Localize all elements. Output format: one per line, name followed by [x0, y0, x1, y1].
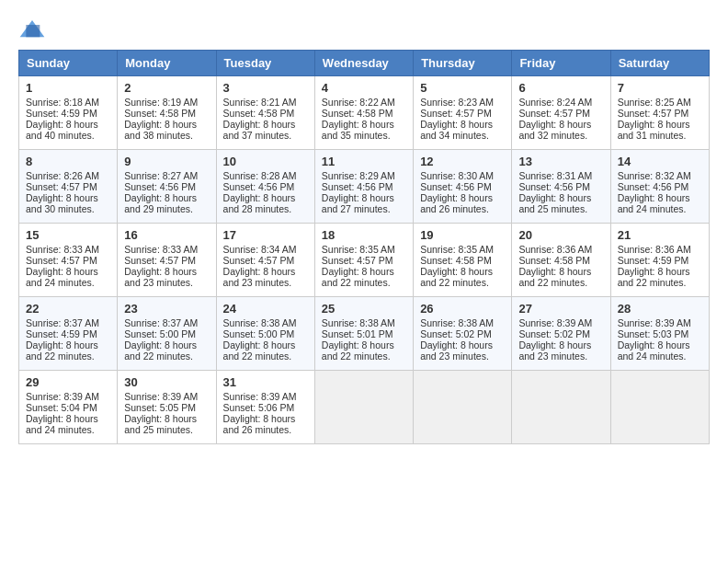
daylight: Daylight: 8 hours and 40 minutes.	[26, 119, 98, 141]
daylight: Daylight: 8 hours and 24 minutes.	[618, 339, 690, 362]
day-cell: 6 Sunrise: 8:24 AM Sunset: 4:57 PM Dayli…	[512, 76, 610, 150]
day-cell: 4 Sunrise: 8:22 AM Sunset: 4:58 PM Dayli…	[314, 76, 413, 150]
day-number: 21	[618, 228, 702, 242]
day-cell: 7 Sunrise: 8:25 AM Sunset: 4:57 PM Dayli…	[610, 76, 709, 150]
day-number: 8	[26, 155, 110, 168]
day-cell	[610, 371, 709, 444]
sunrise: Sunrise: 8:33 AM	[26, 244, 99, 255]
sunset: Sunset: 4:57 PM	[420, 108, 492, 119]
day-cell: 20 Sunrise: 8:36 AM Sunset: 4:58 PM Dayl…	[512, 224, 610, 297]
sunrise: Sunrise: 8:38 AM	[420, 317, 494, 328]
sunrise: Sunrise: 8:29 AM	[322, 170, 395, 181]
day-number: 14	[618, 155, 702, 168]
day-cell: 27 Sunrise: 8:39 AM Sunset: 5:02 PM Dayl…	[512, 297, 610, 371]
column-header-thursday: Thursday	[414, 51, 512, 76]
sunset: Sunset: 5:04 PM	[26, 402, 97, 413]
day-number: 4	[322, 81, 406, 95]
day-number: 19	[420, 228, 505, 242]
sunrise: Sunrise: 8:25 AM	[618, 97, 691, 108]
sunrise: Sunrise: 8:39 AM	[618, 317, 691, 328]
day-number: 27	[518, 302, 603, 316]
calendar-header-row: SundayMondayTuesdayWednesdayThursdayFrid…	[19, 51, 710, 76]
day-number: 16	[124, 228, 209, 242]
day-number: 13	[518, 155, 603, 168]
sunset: Sunset: 5:02 PM	[420, 328, 492, 339]
daylight: Daylight: 8 hours and 28 minutes.	[223, 192, 296, 214]
sunset: Sunset: 5:02 PM	[518, 328, 590, 339]
column-header-wednesday: Wednesday	[314, 51, 413, 76]
day-cell: 16 Sunrise: 8:33 AM Sunset: 4:57 PM Dayl…	[118, 224, 216, 297]
day-number: 2	[124, 81, 209, 95]
week-row-1: 1 Sunrise: 8:18 AM Sunset: 4:59 PM Dayli…	[19, 76, 710, 150]
day-cell: 24 Sunrise: 8:38 AM Sunset: 5:00 PM Dayl…	[216, 297, 314, 371]
daylight: Daylight: 8 hours and 22 minutes.	[26, 339, 98, 362]
daylight: Daylight: 8 hours and 22 minutes.	[124, 339, 197, 362]
daylight: Daylight: 8 hours and 24 minutes.	[618, 192, 690, 214]
day-cell: 9 Sunrise: 8:27 AM Sunset: 4:56 PM Dayli…	[118, 150, 216, 224]
daylight: Daylight: 8 hours and 27 minutes.	[322, 192, 394, 214]
day-number: 23	[124, 302, 209, 316]
sunset: Sunset: 4:57 PM	[223, 255, 295, 266]
sunrise: Sunrise: 8:18 AM	[26, 97, 99, 108]
daylight: Daylight: 8 hours and 30 minutes.	[26, 192, 98, 214]
sunset: Sunset: 4:58 PM	[322, 108, 393, 119]
sunrise: Sunrise: 8:36 AM	[618, 244, 691, 255]
daylight: Daylight: 8 hours and 25 minutes.	[124, 413, 197, 435]
day-cell: 11 Sunrise: 8:29 AM Sunset: 4:56 PM Dayl…	[314, 150, 413, 224]
calendar-table: SundayMondayTuesdayWednesdayThursdayFrid…	[18, 50, 710, 444]
sunrise: Sunrise: 8:32 AM	[618, 170, 691, 181]
sunset: Sunset: 4:57 PM	[124, 255, 196, 266]
sunset: Sunset: 5:00 PM	[124, 328, 196, 339]
week-row-3: 15 Sunrise: 8:33 AM Sunset: 4:57 PM Dayl…	[19, 224, 710, 297]
daylight: Daylight: 8 hours and 22 minutes.	[518, 266, 591, 288]
sunrise: Sunrise: 8:37 AM	[124, 317, 198, 328]
logo-icon	[18, 18, 46, 40]
sunrise: Sunrise: 8:39 AM	[26, 391, 99, 402]
day-cell: 22 Sunrise: 8:37 AM Sunset: 4:59 PM Dayl…	[19, 297, 118, 371]
sunset: Sunset: 4:56 PM	[420, 181, 492, 192]
daylight: Daylight: 8 hours and 23 minutes.	[420, 339, 493, 362]
day-number: 28	[618, 302, 702, 316]
column-header-monday: Monday	[118, 51, 216, 76]
daylight: Daylight: 8 hours and 31 minutes.	[618, 119, 690, 141]
sunrise: Sunrise: 8:39 AM	[223, 391, 297, 402]
day-cell: 19 Sunrise: 8:35 AM Sunset: 4:58 PM Dayl…	[414, 224, 512, 297]
day-number: 18	[322, 228, 406, 242]
daylight: Daylight: 8 hours and 22 minutes.	[322, 266, 394, 288]
sunset: Sunset: 4:57 PM	[518, 108, 590, 119]
column-header-sunday: Sunday	[19, 51, 118, 76]
week-row-2: 8 Sunrise: 8:26 AM Sunset: 4:57 PM Dayli…	[19, 150, 710, 224]
day-cell: 25 Sunrise: 8:38 AM Sunset: 5:01 PM Dayl…	[314, 297, 413, 371]
sunrise: Sunrise: 8:30 AM	[420, 170, 494, 181]
day-number: 17	[223, 228, 308, 242]
day-cell: 30 Sunrise: 8:39 AM Sunset: 5:05 PM Dayl…	[118, 371, 216, 444]
sunrise: Sunrise: 8:35 AM	[420, 244, 494, 255]
day-number: 31	[223, 375, 308, 389]
sunrise: Sunrise: 8:24 AM	[518, 97, 592, 108]
sunrise: Sunrise: 8:36 AM	[518, 244, 592, 255]
sunset: Sunset: 4:57 PM	[26, 181, 97, 192]
day-number: 11	[322, 155, 406, 168]
sunrise: Sunrise: 8:38 AM	[322, 317, 395, 328]
daylight: Daylight: 8 hours and 23 minutes.	[223, 266, 296, 288]
day-number: 10	[223, 155, 308, 168]
daylight: Daylight: 8 hours and 38 minutes.	[124, 119, 197, 141]
day-number: 12	[420, 155, 505, 168]
day-cell: 1 Sunrise: 8:18 AM Sunset: 4:59 PM Dayli…	[19, 76, 118, 150]
day-number: 1	[26, 81, 110, 95]
daylight: Daylight: 8 hours and 35 minutes.	[322, 119, 394, 141]
day-number: 6	[518, 81, 603, 95]
sunrise: Sunrise: 8:35 AM	[322, 244, 395, 255]
sunrise: Sunrise: 8:34 AM	[223, 244, 297, 255]
sunset: Sunset: 4:57 PM	[322, 255, 393, 266]
sunrise: Sunrise: 8:33 AM	[124, 244, 198, 255]
sunset: Sunset: 4:57 PM	[618, 108, 689, 119]
svg-marker-1	[26, 25, 40, 37]
column-header-saturday: Saturday	[610, 51, 709, 76]
sunset: Sunset: 4:59 PM	[26, 108, 97, 119]
day-number: 20	[518, 228, 603, 242]
sunset: Sunset: 4:59 PM	[618, 255, 689, 266]
daylight: Daylight: 8 hours and 23 minutes.	[124, 266, 197, 288]
sunset: Sunset: 5:05 PM	[124, 402, 196, 413]
daylight: Daylight: 8 hours and 37 minutes.	[223, 119, 296, 141]
